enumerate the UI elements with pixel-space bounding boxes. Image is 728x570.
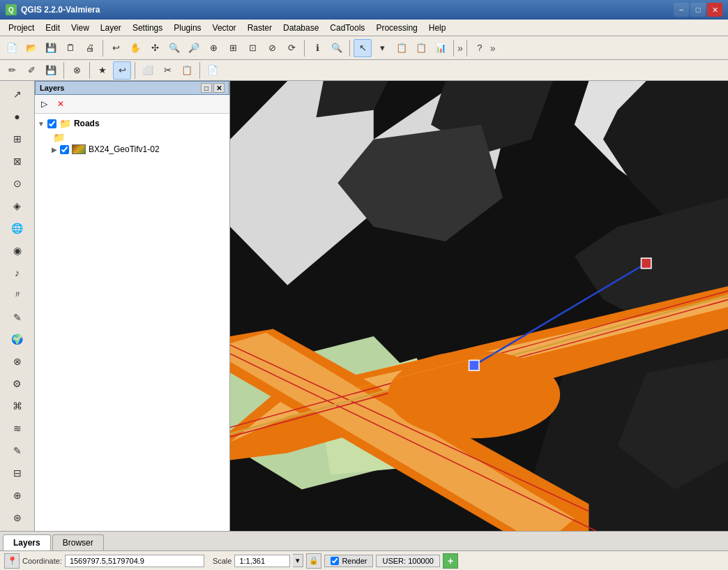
- group-expand-icon: ▼: [38, 120, 45, 128]
- menu-cadtools[interactable]: CadTools: [324, 22, 370, 34]
- menu-vector[interactable]: Vector: [207, 22, 242, 34]
- left-tool15[interactable]: ⌘: [6, 396, 29, 417]
- zoom-full-button[interactable]: ⊕: [204, 39, 222, 57]
- help-button[interactable]: ?: [471, 39, 489, 57]
- group-roads-checkbox[interactable]: [47, 119, 56, 128]
- sep7: [89, 62, 90, 79]
- layer-bx24-checkbox[interactable]: [60, 145, 69, 154]
- left-tool11[interactable]: ✎: [6, 307, 29, 328]
- menu-view[interactable]: View: [66, 22, 95, 34]
- zoom-out-button[interactable]: 🔎: [185, 39, 203, 57]
- left-tool10[interactable]: 〃: [6, 285, 29, 306]
- left-tool8[interactable]: ◉: [6, 240, 29, 261]
- left-tool13[interactable]: ⊗: [6, 351, 29, 372]
- layers-panel-title: Layers □ ✕: [35, 81, 229, 95]
- pan-button[interactable]: ✋: [126, 39, 144, 57]
- left-tool19[interactable]: ⊕: [6, 485, 29, 506]
- layer-bx24-thumb: [72, 144, 86, 154]
- stats-button[interactable]: 📊: [432, 39, 450, 57]
- map-canvas[interactable]: [230, 81, 728, 531]
- move-button[interactable]: ✣: [146, 39, 164, 57]
- zoom-layer-button[interactable]: ⊡: [243, 39, 261, 57]
- left-tool20[interactable]: ⊛: [6, 507, 29, 528]
- cancel-edit-button[interactable]: ⊗: [68, 61, 86, 80]
- print-button[interactable]: 🖨: [81, 39, 99, 57]
- left-tool3[interactable]: ⊞: [6, 128, 29, 149]
- left-tool12[interactable]: 🌍: [6, 329, 29, 350]
- left-tool6[interactable]: ◈: [6, 195, 29, 216]
- left-tool2[interactable]: ●: [6, 106, 29, 127]
- identify-button[interactable]: 🔍: [328, 39, 346, 57]
- menu-help[interactable]: Help: [423, 22, 452, 34]
- left-tool5[interactable]: ⊙: [6, 173, 29, 194]
- edit2-button[interactable]: ✐: [22, 61, 40, 80]
- left-tool17[interactable]: ✎: [6, 440, 29, 461]
- menu-processing[interactable]: Processing: [370, 22, 423, 34]
- menu-settings[interactable]: Settings: [127, 22, 168, 34]
- zoom-native-button[interactable]: ⊞: [224, 39, 242, 57]
- digitize-button[interactable]: ★: [93, 61, 112, 80]
- left-select-tool[interactable]: ↗: [6, 84, 29, 105]
- menu-plugins[interactable]: Plugins: [168, 22, 206, 34]
- user-label: USER: 100000: [376, 555, 439, 567]
- scale-value: 1:1,361: [234, 555, 290, 567]
- paste-edit-button[interactable]: 📋: [178, 61, 196, 80]
- layers-check-btn[interactable]: ✕: [53, 96, 68, 112]
- add-button[interactable]: +: [443, 553, 458, 569]
- layers-restore-button[interactable]: □: [201, 83, 212, 93]
- menu-database[interactable]: Database: [278, 22, 324, 34]
- form-button[interactable]: 📄: [204, 61, 222, 80]
- toolbar-overflow2: »: [490, 43, 496, 54]
- app-icon: Q: [6, 4, 17, 15]
- menubar: Project Edit View Layer Settings Plugins…: [0, 20, 728, 36]
- layers-panel-label: Layers: [40, 84, 64, 92]
- save-button[interactable]: 💾: [42, 39, 60, 57]
- tab-layers[interactable]: Layers: [3, 534, 51, 550]
- maximize-button[interactable]: □: [690, 3, 706, 17]
- undo-button[interactable]: ↩: [107, 39, 125, 57]
- menu-raster[interactable]: Raster: [242, 22, 278, 34]
- layers-group-roads[interactable]: ▼ 📁 Roads: [38, 117, 227, 130]
- sep9: [199, 62, 200, 79]
- open-button[interactable]: 📂: [22, 39, 40, 57]
- group-roads-label: Roads: [74, 119, 100, 128]
- close-button[interactable]: ✕: [707, 3, 722, 17]
- scale-dropdown[interactable]: ▾: [293, 554, 303, 567]
- info-button[interactable]: ℹ: [308, 39, 326, 57]
- menu-project[interactable]: Project: [3, 22, 40, 34]
- menu-edit[interactable]: Edit: [40, 22, 66, 34]
- left-tool7[interactable]: 🌐: [6, 218, 29, 239]
- left-tool14[interactable]: ⚙: [6, 373, 29, 394]
- select-dropdown[interactable]: ▾: [373, 39, 391, 57]
- gps-button[interactable]: 📍: [4, 553, 20, 569]
- layers-expand-btn[interactable]: ▷: [36, 96, 52, 112]
- zoom-select-button[interactable]: ⊘: [263, 39, 281, 57]
- left-tool9[interactable]: ♪: [6, 262, 29, 283]
- left-tool18[interactable]: ⊟: [6, 463, 29, 483]
- save-edit-button[interactable]: 💾: [42, 61, 60, 80]
- scissors-button[interactable]: ✂: [158, 61, 176, 80]
- select-button[interactable]: ↖: [354, 39, 372, 57]
- layer-bx24-label: BX24_GeoTifv1-02: [89, 144, 160, 154]
- edit-pencil-button[interactable]: ✏: [3, 61, 21, 80]
- tab-browser[interactable]: Browser: [52, 534, 104, 550]
- zoom-in-button[interactable]: 🔍: [165, 39, 183, 57]
- layers-close-button[interactable]: ✕: [213, 83, 225, 93]
- copy-button[interactable]: 📋: [412, 39, 430, 57]
- save-as-button[interactable]: 🗒: [61, 39, 79, 57]
- render-checkbox[interactable]: [331, 557, 339, 565]
- undo-edit-button[interactable]: ↩: [113, 61, 131, 80]
- refresh-button[interactable]: ⟳: [282, 39, 301, 57]
- minimize-button[interactable]: −: [674, 3, 689, 17]
- menu-layer[interactable]: Layer: [95, 22, 127, 34]
- attr-table-button[interactable]: 📋: [393, 39, 411, 57]
- layers-layer-bx24[interactable]: ▶ BX24_GeoTifv1-02: [38, 143, 227, 156]
- render-button[interactable]: Render: [324, 555, 373, 567]
- select-shape-button[interactable]: ⬜: [139, 61, 157, 80]
- lock-scale-button[interactable]: 🔒: [306, 553, 321, 569]
- left-tool16[interactable]: ≋: [6, 418, 29, 439]
- new-button[interactable]: 📄: [3, 39, 21, 57]
- left-tool4[interactable]: ⊠: [6, 151, 29, 172]
- layers-panel: Layers □ ✕ ▷ ✕ ▼ 📁 Roads 📁 ▶: [35, 81, 230, 531]
- svg-rect-25: [469, 360, 479, 370]
